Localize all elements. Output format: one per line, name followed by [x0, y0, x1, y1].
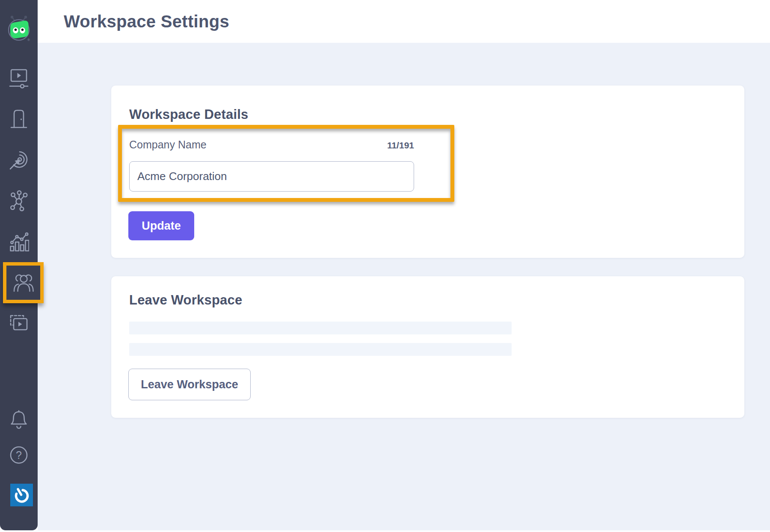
- sidebar-item-clips[interactable]: [0, 314, 38, 334]
- character-counter: 11/191: [387, 140, 414, 151]
- bell-icon: [9, 409, 29, 430]
- video-player-icon: [9, 68, 29, 89]
- logout-power-button[interactable]: [10, 484, 33, 506]
- svg-text:?: ?: [16, 449, 22, 461]
- registered-mark: ®: [27, 38, 30, 42]
- sidebar-item-goals[interactable]: [0, 149, 38, 170]
- company-name-input[interactable]: [129, 161, 414, 192]
- robot-mascot-logo-icon: ®: [7, 14, 31, 42]
- workspace-settings-page: Workspace Settings ®: [0, 0, 770, 532]
- leave-workspace-button[interactable]: Leave Workspace: [128, 369, 251, 400]
- redacted-text-bar: [129, 322, 512, 334]
- page-header: Workspace Settings: [38, 0, 770, 43]
- analytics-icon: [9, 231, 29, 252]
- workspace-details-heading: Workspace Details: [129, 107, 249, 122]
- page-title: Workspace Settings: [64, 12, 229, 31]
- sidebar-item-logo[interactable]: ®: [0, 14, 38, 42]
- help-icon: ?: [9, 445, 29, 465]
- sidebar-item-video-tutorials[interactable]: [0, 68, 38, 89]
- video-clips-icon: [8, 314, 30, 334]
- workspace-details-card: Workspace Details Company Name 11/191 Up…: [111, 86, 744, 258]
- leave-workspace-heading: Leave Workspace: [129, 293, 242, 308]
- sidebar-item-notifications[interactable]: [0, 409, 38, 430]
- leave-workspace-card: Leave Workspace Leave Workspace: [111, 276, 744, 418]
- people-icon: [12, 272, 35, 294]
- update-button[interactable]: Update: [128, 211, 194, 240]
- sidebar-item-integrations[interactable]: [0, 190, 38, 212]
- company-name-field-row: Company Name 11/191: [129, 139, 414, 151]
- network-icon: [9, 190, 29, 212]
- company-name-label: Company Name: [129, 139, 207, 151]
- target-arrow-icon: [8, 149, 30, 170]
- door-icon: [9, 108, 29, 129]
- sidebar-item-workspace-members-highlighted[interactable]: [3, 262, 44, 303]
- sidebar-item-help[interactable]: ?: [0, 445, 38, 465]
- sidebar-item-rooms[interactable]: [0, 108, 38, 129]
- power-icon: [10, 484, 33, 506]
- redacted-text-bar: [129, 343, 512, 356]
- sidebar-item-analytics[interactable]: [0, 231, 38, 252]
